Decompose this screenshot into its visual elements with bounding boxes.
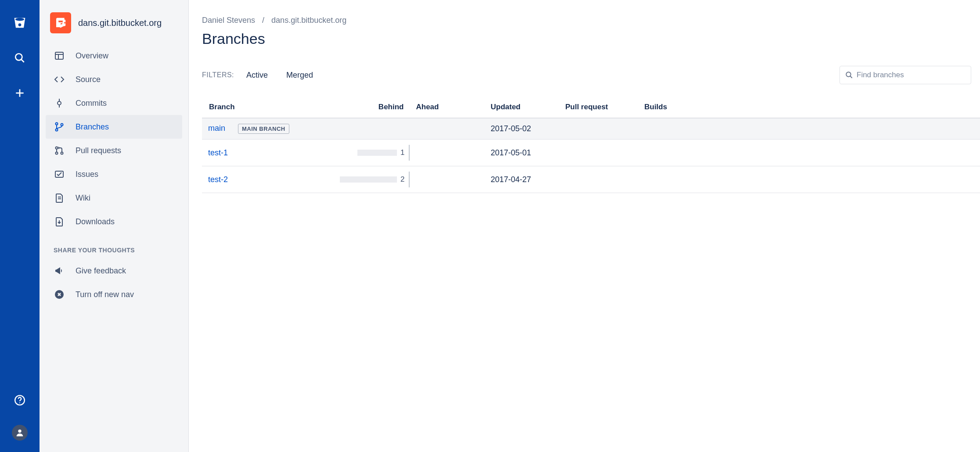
breadcrumb-owner[interactable]: Daniel Stevens — [202, 16, 255, 25]
user-avatar-button[interactable] — [12, 425, 28, 441]
sidebar-item-label: Overview — [76, 51, 174, 61]
sidebar-item-label: Give feedback — [76, 266, 174, 276]
svg-point-20 — [61, 152, 63, 154]
svg-line-3 — [21, 59, 24, 62]
updated-cell: 2017-04-27 — [484, 166, 559, 193]
filters-row: FILTERS: Active Merged — [202, 66, 980, 84]
column-behind[interactable]: Behind — [334, 97, 410, 118]
svg-point-19 — [56, 152, 58, 154]
branch-link[interactable]: test-2 — [208, 175, 228, 184]
behind-bar — [357, 150, 397, 156]
column-builds[interactable]: Builds — [638, 97, 980, 118]
find-branches-search[interactable] — [839, 66, 971, 84]
sidebar-item-label: Commits — [76, 99, 174, 108]
breadcrumb: Daniel Stevens / dans.git.bitbucket.org — [202, 16, 980, 25]
help-button[interactable] — [9, 390, 30, 411]
close-circle-icon — [54, 289, 65, 300]
main-branch-badge: MAIN BRANCH — [238, 124, 289, 134]
sidebar-footer-nav: Give feedback Turn off new nav — [40, 259, 188, 306]
breadcrumb-separator: / — [262, 16, 264, 25]
wiki-icon — [54, 192, 65, 204]
behind-bar — [340, 176, 397, 183]
svg-line-30 — [850, 76, 852, 78]
filter-tab-merged[interactable]: Merged — [286, 71, 313, 80]
sidebar-item-label: Turn off new nav — [76, 290, 174, 299]
svg-point-12 — [58, 101, 61, 105]
commits-icon — [54, 97, 65, 109]
repo-header: dans.git.bitbucket.org — [40, 12, 188, 44]
sidebar-item-issues[interactable]: Issues — [46, 162, 182, 186]
sidebar-item-wiki[interactable]: Wiki — [46, 186, 182, 210]
repo-name[interactable]: dans.git.bitbucket.org — [78, 18, 162, 28]
global-rail — [0, 0, 40, 452]
sidebar: dans.git.bitbucket.org Overview Source — [40, 0, 189, 452]
sidebar-nav: Overview Source Commits — [40, 44, 188, 233]
table-row[interactable]: test-1 1 2017-05-01 — [202, 140, 980, 166]
pull-requests-icon — [54, 145, 65, 156]
sidebar-item-label: Source — [76, 75, 174, 84]
svg-point-0 — [15, 18, 24, 21]
bitbucket-logo[interactable] — [9, 12, 30, 33]
main-content: Daniel Stevens / dans.git.bitbucket.org … — [189, 0, 980, 452]
feedback-icon — [54, 265, 65, 276]
sidebar-item-label: Issues — [76, 170, 174, 179]
table-row[interactable]: test-2 2 2017-04-27 — [202, 166, 980, 193]
svg-point-16 — [56, 129, 58, 131]
svg-point-8 — [18, 430, 21, 433]
sidebar-section-title: SHARE YOUR THOUGHTS — [40, 233, 188, 259]
behind-count: 1 — [400, 148, 404, 157]
sidebar-item-source[interactable]: Source — [46, 68, 182, 91]
behind-cell: 1 — [334, 140, 410, 166]
branches-tbody: main MAIN BRANCH 2017-05-02 test-1 1 — [202, 118, 980, 193]
filters-label: FILTERS: — [202, 71, 234, 79]
sidebar-item-pull-requests[interactable]: Pull requests — [46, 139, 182, 162]
search-icon — [845, 71, 853, 79]
downloads-icon — [54, 216, 65, 227]
overview-icon — [54, 50, 65, 61]
sidebar-item-turn-off-nav[interactable]: Turn off new nav — [46, 283, 182, 306]
sidebar-item-label: Pull requests — [76, 146, 174, 155]
updated-cell: 2017-05-02 — [484, 118, 559, 140]
sidebar-item-overview[interactable]: Overview — [46, 44, 182, 68]
breadcrumb-repo[interactable]: dans.git.bitbucket.org — [271, 16, 346, 25]
sidebar-item-label: Branches — [76, 122, 174, 132]
branch-link[interactable]: main — [208, 124, 225, 133]
column-pull-request[interactable]: Pull request — [559, 97, 638, 118]
branches-icon — [54, 121, 65, 133]
svg-rect-9 — [55, 52, 63, 59]
branch-link[interactable]: test-1 — [208, 148, 228, 157]
column-updated[interactable]: Updated — [484, 97, 559, 118]
repo-badge-icon — [50, 12, 71, 33]
table-row[interactable]: main MAIN BRANCH 2017-05-02 — [202, 118, 980, 140]
global-search-button[interactable] — [9, 47, 30, 68]
page-title: Branches — [202, 30, 980, 47]
sidebar-item-feedback[interactable]: Give feedback — [46, 259, 182, 283]
column-ahead[interactable]: Ahead — [410, 97, 484, 118]
source-icon — [54, 74, 65, 85]
updated-cell: 2017-05-01 — [484, 140, 559, 166]
svg-point-18 — [56, 147, 58, 149]
find-branches-input[interactable] — [857, 71, 966, 79]
issues-icon — [54, 169, 65, 180]
sidebar-item-branches[interactable]: Branches — [46, 115, 182, 139]
svg-point-17 — [61, 124, 63, 126]
sidebar-item-label: Downloads — [76, 217, 174, 226]
sidebar-item-downloads[interactable]: Downloads — [46, 210, 182, 233]
column-branch[interactable]: Branch — [202, 97, 334, 118]
svg-point-15 — [56, 123, 58, 125]
filter-tab-active[interactable]: Active — [246, 71, 268, 80]
sidebar-item-commits[interactable]: Commits — [46, 91, 182, 115]
sidebar-item-label: Wiki — [76, 194, 174, 203]
behind-count: 2 — [400, 175, 404, 184]
behind-cell: 2 — [334, 166, 410, 193]
table-header-row: Branch Behind Ahead Updated Pull request… — [202, 97, 980, 118]
svg-point-29 — [846, 72, 851, 77]
svg-point-1 — [18, 23, 22, 26]
branches-table: Branch Behind Ahead Updated Pull request… — [202, 97, 980, 193]
svg-point-7 — [19, 402, 20, 403]
svg-point-2 — [15, 54, 22, 60]
global-create-button[interactable] — [9, 83, 30, 104]
